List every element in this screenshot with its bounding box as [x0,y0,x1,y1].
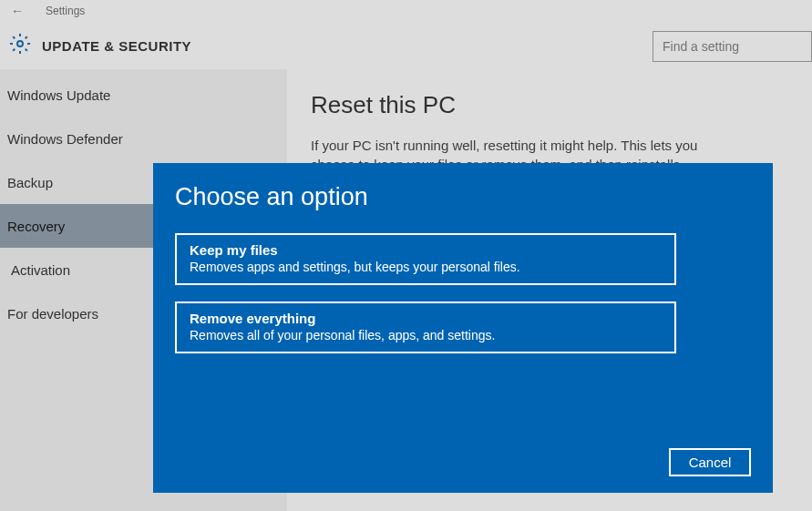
app-title: Settings [46,5,85,17]
modal-choose-option: Choose an option Keep my files Removes a… [153,163,773,493]
option-desc: Removes all of your personal files, apps… [190,328,662,342]
page-title: UPDATE & SECURITY [42,38,191,54]
svg-point-0 [17,41,23,46]
option-keep-my-files[interactable]: Keep my files Removes apps and settings,… [175,233,676,285]
option-title: Keep my files [190,242,662,258]
sidebar-item-windows-defender[interactable]: Windows Defender [0,117,287,160]
sidebar-item-windows-update[interactable]: Windows Update [0,73,287,117]
option-remove-everything[interactable]: Remove everything Removes all of your pe… [175,301,676,353]
sidebar-item-label: Backup [7,175,53,190]
search-placeholder: Find a setting [663,39,739,54]
option-title: Remove everything [190,311,662,326]
sidebar-item-label: Recovery [7,219,65,234]
content-title: Reset this PC [311,91,788,119]
sidebar-item-label: For developers [7,306,98,322]
modal-footer: Cancel [175,448,751,476]
gear-icon [9,33,31,58]
cancel-button-label: Cancel [689,455,732,470]
search-input[interactable]: Find a setting [653,31,812,62]
header: UPDATE & SECURITY Find a setting [0,22,812,69]
sidebar-item-label: Windows Defender [7,131,123,147]
back-arrow-icon[interactable]: ← [11,4,24,18]
titlebar: ← Settings [0,0,812,22]
option-desc: Removes apps and settings, but keeps you… [190,260,662,274]
sidebar-item-label: Activation [11,262,70,278]
modal-title: Choose an option [175,183,751,211]
cancel-button[interactable]: Cancel [669,448,751,476]
sidebar-item-label: Windows Update [7,87,110,103]
